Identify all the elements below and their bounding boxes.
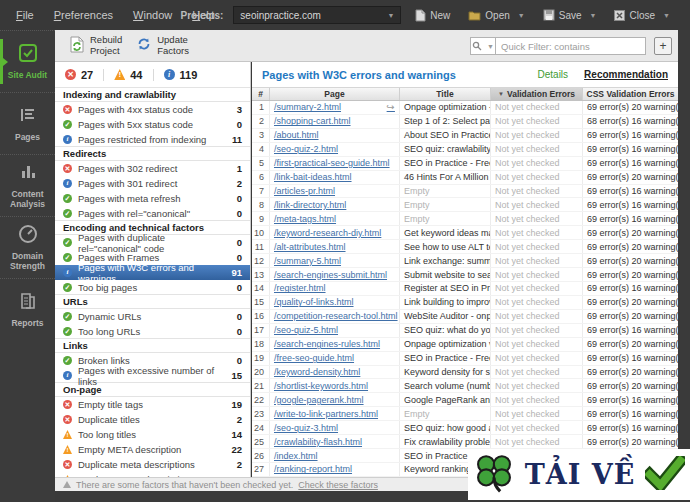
update-factors-button[interactable]: UpdateFactors <box>136 35 189 56</box>
check-factors-link[interactable]: Check these factors <box>298 480 378 490</box>
page-title-cell: Register at SEO in Practi... <box>400 282 491 295</box>
table-row[interactable]: 9/meta-tags.htmlEmptyNot yet checked69 e… <box>252 212 678 226</box>
page-link[interactable]: /search-engines-rules.html <box>270 338 400 351</box>
table-row[interactable]: 11/alt-attributes.htmlSee how to use ALT… <box>252 240 678 254</box>
column-header-validation-errors[interactable]: ▼Validation Errors <box>491 88 583 100</box>
table-row[interactable]: 22/google-pagerank.htmlGoogle PageRank a… <box>252 393 678 407</box>
table-row[interactable]: 13/search-engines-submit.htmlSubmit webs… <box>252 268 678 282</box>
table-row[interactable]: 16/competition-research-tool.htmlWebSite… <box>252 310 678 324</box>
table-row[interactable]: 14/register.htmlRegister at SEO in Pract… <box>252 282 678 296</box>
factor-item[interactable]: ✓Pages with 5xx status code0 <box>55 117 250 132</box>
add-filter-button[interactable]: + <box>654 37 672 55</box>
page-link[interactable]: /link-bait-ideas.html <box>270 171 400 184</box>
page-link[interactable]: /ranking-report.html <box>270 463 400 476</box>
sidebar-item-pages[interactable]: Pages <box>0 92 55 154</box>
sidebar-item-domain-strength[interactable]: Domain Strength <box>0 216 55 278</box>
table-row[interactable]: 2/shopping-cart.htmlStep 1 of 2: Select … <box>252 115 678 129</box>
page-link[interactable]: /summary-2.html↪ <box>270 101 400 114</box>
page-link[interactable]: /meta-tags.html <box>270 212 400 225</box>
factor-item[interactable]: iPages restricted from indexing11 <box>55 132 250 147</box>
factor-item[interactable]: ✓Dynamic URLs0 <box>55 309 250 324</box>
table-row[interactable]: 25/crawlability-flash.htmlFix crawlabili… <box>252 435 678 449</box>
new-project-button[interactable]: New <box>411 9 454 22</box>
chevron-down-icon: ▼ <box>387 12 394 19</box>
page-link[interactable]: /shopping-cart.html <box>270 115 400 128</box>
factor-item[interactable]: ✕Pages with 4xx status code3 <box>55 102 250 117</box>
factor-item[interactable]: iPages with excessive number of links15 <box>55 368 250 383</box>
table-row[interactable]: 19/free-seo-guide.htmlSEO in Practice - … <box>252 352 678 366</box>
table-row[interactable]: 24/seo-quiz-3.htmlSEO quiz: how good are… <box>252 421 678 435</box>
page-link[interactable]: /search-engines-submit.html <box>270 268 400 281</box>
table-row[interactable]: 4/seo-quiz-2.htmlSEO quiz: crawlability … <box>252 143 678 157</box>
projects-label: Projects: <box>181 10 224 21</box>
page-link[interactable]: /seo-quiz-2.html <box>270 143 400 156</box>
page-link[interactable]: /seo-quiz-5.html <box>270 324 400 337</box>
table-row[interactable]: 3/about.htmlAbout SEO in Practice - ...N… <box>252 129 678 143</box>
factor-item[interactable]: ✕Pages with 302 redirect1 <box>55 161 250 176</box>
table-row[interactable]: 21/shortlist-keywords.htmlSearch volume … <box>252 379 678 393</box>
page-link[interactable]: /seo-quiz-3.html <box>270 421 400 434</box>
page-link[interactable]: /alt-attributes.html <box>270 240 400 253</box>
page-link[interactable]: /link-directory.html <box>270 198 400 211</box>
quick-filter-input[interactable] <box>496 37 646 55</box>
page-link[interactable]: /first-practical-seo-guide.html <box>270 157 400 170</box>
table-row[interactable]: 15/quality-of-links.htmlLink building to… <box>252 296 678 310</box>
column-header--[interactable]: # <box>252 88 270 100</box>
page-link[interactable]: /crawlability-flash.html <box>270 435 400 448</box>
rebuild-project-button[interactable]: RebuildProject <box>69 35 122 56</box>
table-row[interactable]: 20/keyword-density.htmlKeyword density f… <box>252 366 678 380</box>
factor-item[interactable]: ✕Duplicate meta descriptions2 <box>55 457 250 472</box>
page-link[interactable]: /keyword-research-diy.html <box>270 226 400 239</box>
sidebar: Site Audit Pages Content Analysis Domain… <box>0 30 55 502</box>
page-link[interactable]: /write-to-link-partners.html <box>270 407 400 420</box>
column-header-title[interactable]: Title <box>400 88 491 100</box>
factor-item[interactable]: ✕Empty title tags19 <box>55 397 250 412</box>
sidebar-item-site-audit[interactable]: Site Audit <box>0 30 55 92</box>
table-row[interactable]: 18/search-engines-rules.htmlOnpage optim… <box>252 338 678 352</box>
open-project-button[interactable]: Open ▼ <box>464 10 528 21</box>
page-link[interactable]: /quality-of-links.html <box>270 296 400 309</box>
page-link[interactable]: /index.html <box>270 449 400 462</box>
factor-item[interactable]: ✓Pages with rel="canonical"0 <box>55 206 250 221</box>
sidebar-item-reports[interactable]: Reports <box>0 278 55 340</box>
table-row[interactable]: 23/write-to-link-partners.htmlEmptyNot y… <box>252 407 678 421</box>
close-project-button[interactable]: Close ▼ <box>610 10 674 21</box>
page-link[interactable]: /register.html <box>270 282 400 295</box>
factor-item[interactable]: ✓Pages with duplicate rel="canonical" co… <box>55 235 250 250</box>
page-link[interactable]: /shortlist-keywords.html <box>270 379 400 392</box>
details-tab[interactable]: Details <box>538 69 569 80</box>
table-row[interactable]: 6/link-bait-ideas.html46 Hints For A Mil… <box>252 171 678 185</box>
factor-item[interactable]: iPages with W3C errors and warnings91 <box>55 265 250 280</box>
project-select[interactable]: seoinpractice.com ▼ <box>233 6 401 24</box>
table-row[interactable]: 12/summary-5.htmlLink exchange: summaryN… <box>252 254 678 268</box>
menu-item-window[interactable]: Window <box>133 9 172 21</box>
menu-item-file[interactable]: File <box>16 9 34 21</box>
page-link[interactable]: /google-pagerank.html <box>270 393 400 406</box>
search-mode-button[interactable]: ▼ <box>470 37 496 55</box>
factor-item[interactable]: iPages with 301 redirect2 <box>55 176 250 191</box>
table-row[interactable]: 17/seo-quiz-5.htmlSEO quiz: what do you … <box>252 324 678 338</box>
sidebar-item-content-analysis[interactable]: Content Analysis <box>0 154 55 216</box>
table-row[interactable]: 8/link-directory.htmlEmptyNot yet checke… <box>252 198 678 212</box>
page-link[interactable]: /free-seo-guide.html <box>270 352 400 365</box>
page-link[interactable]: /competition-research-tool.html <box>270 310 400 323</box>
save-project-button[interactable]: Save ▼ <box>539 9 601 21</box>
page-link[interactable]: /summary-5.html <box>270 254 400 267</box>
factor-item[interactable]: ✓Too long URLs0 <box>55 324 250 339</box>
table-row[interactable]: 7/articles-pr.htmlEmptyNot yet checked69… <box>252 185 678 199</box>
column-header-css-validation-errors[interactable]: CSS Validation Errors <box>583 88 678 100</box>
factor-item[interactable]: ✕Duplicate titles2 <box>55 412 250 427</box>
factor-item[interactable]: ✓Pages with meta refresh0 <box>55 191 250 206</box>
css-validation-errors-cell: 69 error(s) 16 warning(s) <box>583 407 678 420</box>
menu-item-preferences[interactable]: Preferences <box>54 9 113 21</box>
table-row[interactable]: 5/first-practical-seo-guide.htmlSEO in P… <box>252 157 678 171</box>
page-link[interactable]: /keyword-density.html <box>270 366 400 379</box>
recommendation-tab[interactable]: Recommendation <box>584 69 668 80</box>
factor-item[interactable]: !Empty META description22 <box>55 442 250 457</box>
column-header-page[interactable]: Page <box>270 88 400 100</box>
table-row[interactable]: 10/keyword-research-diy.htmlGet keyword … <box>252 226 678 240</box>
factor-item[interactable]: !Too long titles14 <box>55 427 250 442</box>
page-link[interactable]: /about.html <box>270 129 400 142</box>
table-row[interactable]: 1/summary-2.html↪Onpage optimization - c… <box>252 101 678 115</box>
page-link[interactable]: /articles-pr.html <box>270 185 400 198</box>
